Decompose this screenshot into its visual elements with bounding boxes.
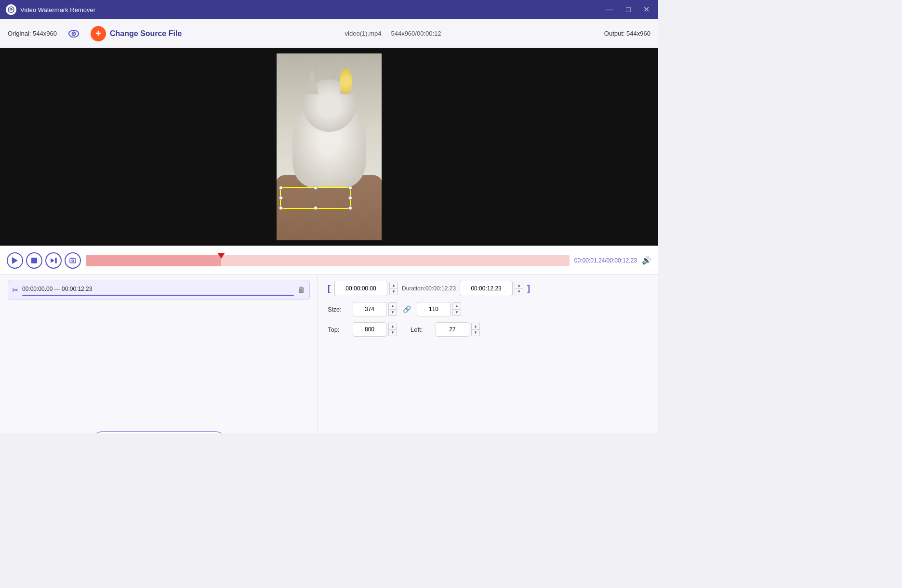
svg-rect-5 xyxy=(31,258,37,263)
original-resolution-label: Original: 544x960 xyxy=(8,30,57,37)
svg-marker-6 xyxy=(51,258,54,263)
video-preview-area xyxy=(0,48,658,246)
end-time-up[interactable]: ▲ xyxy=(515,282,523,288)
height-spinner: ▲ ▼ xyxy=(452,302,461,316)
end-time-down[interactable]: ▼ xyxy=(515,288,523,295)
video-content xyxy=(277,53,382,240)
add-watermark-button[interactable]: + Add watermark removing area xyxy=(92,431,226,433)
progress-fill xyxy=(86,255,221,266)
volume-icon[interactable]: 🔊 xyxy=(642,256,651,265)
top-up[interactable]: ▲ xyxy=(388,323,397,329)
play-button[interactable] xyxy=(7,252,23,269)
change-source-label: Change Source File xyxy=(110,29,182,38)
svg-point-3 xyxy=(73,33,74,34)
app-title-label: Video Watermark Remover xyxy=(20,6,95,13)
svg-rect-8 xyxy=(70,259,76,263)
start-time-input[interactable] xyxy=(334,281,387,296)
title-bar-controls: — □ ✕ xyxy=(603,5,652,14)
eye-icon[interactable] xyxy=(66,26,81,41)
title-bar: Video Watermark Remover — □ ✕ xyxy=(0,0,658,19)
left-spinner: ▲ ▼ xyxy=(471,323,480,336)
time-range-row: [ ▲ ▼ Duration:00:00:12.23 ▲ ▼ ] xyxy=(328,281,649,296)
top-down[interactable]: ▼ xyxy=(388,329,397,336)
app-logo xyxy=(6,4,16,15)
width-down[interactable]: ▼ xyxy=(388,309,397,316)
clip-row: ✂ 00:00:00.00 — 00:00:12.23 🗑 xyxy=(8,280,310,300)
minimize-button[interactable]: — xyxy=(603,5,616,14)
height-input[interactable] xyxy=(417,302,451,316)
width-spinner: ▲ ▼ xyxy=(388,302,397,316)
end-time-spinner: ▲ ▼ xyxy=(515,282,523,295)
size-row: Size: ▲ ▼ 🔗 ▲ ▼ xyxy=(328,302,649,316)
height-down[interactable]: ▼ xyxy=(452,309,461,316)
toolbar-meta: 544x960/00:00:12 xyxy=(391,30,441,37)
next-frame-button[interactable] xyxy=(45,252,62,269)
close-button[interactable]: ✕ xyxy=(640,5,652,14)
width-input[interactable] xyxy=(353,302,386,316)
top-input[interactable] xyxy=(353,322,386,337)
duration-label: Duration:00:00:12.23 xyxy=(402,285,456,292)
stop-button[interactable] xyxy=(26,252,42,269)
toolbar-filename: video(1).mp4 xyxy=(345,30,382,37)
playback-controls xyxy=(7,252,81,269)
height-up[interactable]: ▲ xyxy=(452,302,461,309)
clip-icon: ✂ xyxy=(12,286,18,295)
start-time-up[interactable]: ▲ xyxy=(389,282,398,288)
time-display: 00:00:01.24/00:00:12.23 xyxy=(574,257,637,264)
start-time-spinner: ▲ ▼ xyxy=(389,282,398,295)
change-source-button[interactable]: + Change Source File xyxy=(91,26,182,41)
left-down[interactable]: ▼ xyxy=(471,329,480,336)
end-bracket: ] xyxy=(527,284,530,294)
start-time-down[interactable]: ▼ xyxy=(389,288,398,295)
right-panel: [ ▲ ▼ Duration:00:00:12.23 ▲ ▼ ] Size: xyxy=(318,275,658,433)
toolbar-output-label: Output: 544x960 xyxy=(604,30,650,37)
width-up[interactable]: ▲ xyxy=(388,302,397,309)
progress-thumb[interactable] xyxy=(217,253,225,259)
clip-time-range: 00:00:00.00 — 00:00:12.23 xyxy=(22,286,92,292)
bottom-panel: ✂ 00:00:00.00 — 00:00:12.23 🗑 + Add wate… xyxy=(0,274,658,433)
left-label: Left: xyxy=(411,326,430,333)
left-input[interactable] xyxy=(436,322,469,337)
top-toolbar: Original: 544x960 + Change Source File v… xyxy=(0,19,658,48)
title-bar-left: Video Watermark Remover xyxy=(6,4,95,15)
size-label: Size: xyxy=(328,306,347,313)
timeline-progress-bar[interactable] xyxy=(86,255,570,266)
svg-point-9 xyxy=(72,260,74,261)
link-icon[interactable]: 🔗 xyxy=(403,305,411,313)
video-frame xyxy=(277,53,382,240)
maximize-button[interactable]: □ xyxy=(623,5,634,14)
start-bracket: [ xyxy=(328,284,331,294)
top-spinner: ▲ ▼ xyxy=(388,323,397,336)
plus-circle-icon: + xyxy=(91,26,106,41)
svg-rect-7 xyxy=(55,258,56,263)
top-label: Top: xyxy=(328,326,347,333)
timeline-area: 00:00:01.24/00:00:12.23 🔊 xyxy=(0,246,658,274)
end-time-input[interactable] xyxy=(460,281,513,296)
position-row: Top: ▲ ▼ Left: ▲ ▼ xyxy=(328,322,649,337)
svg-marker-4 xyxy=(12,257,18,264)
clip-underline xyxy=(22,295,294,296)
delete-clip-button[interactable]: 🗑 xyxy=(298,286,305,294)
left-panel: ✂ 00:00:00.00 — 00:00:12.23 🗑 + Add wate… xyxy=(0,275,318,433)
screenshot-button[interactable] xyxy=(65,252,81,269)
left-up[interactable]: ▲ xyxy=(471,323,480,329)
